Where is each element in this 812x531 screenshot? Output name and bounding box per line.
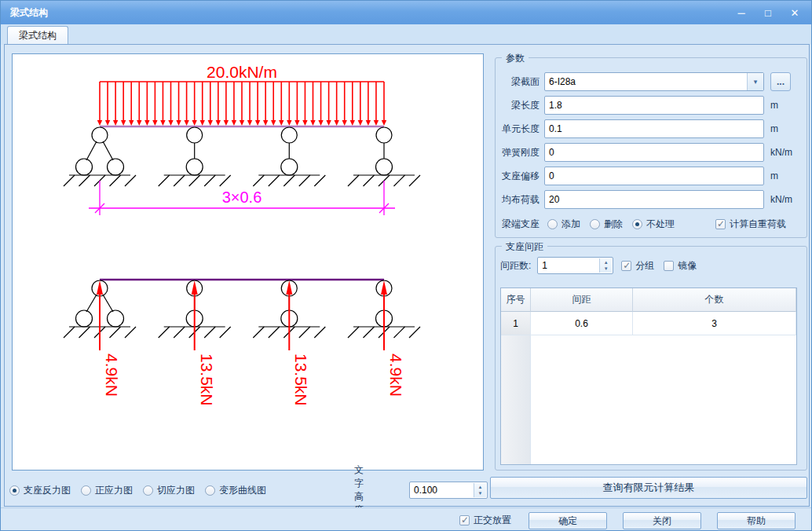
tab-label: 梁式结构 [19, 29, 57, 42]
table-row-header-strip [501, 335, 531, 464]
distributed-load-input[interactable]: 20 [544, 190, 764, 209]
beam-length-value: 1.8 [549, 100, 562, 111]
text-height-stepper[interactable]: 0.100 ▲▼ [409, 482, 488, 499]
section-label: 梁截面 [496, 75, 544, 89]
ok-button[interactable]: 确定 [529, 512, 607, 529]
radio-deformation-icon[interactable] [205, 485, 215, 496]
col-header-no[interactable]: 序号 [501, 288, 531, 312]
title-bar: 梁式结构 ─ □ ✕ [1, 1, 811, 24]
close-button[interactable]: 关闭 [623, 512, 701, 529]
beam-length-unit: m [764, 100, 778, 111]
spacing-table-header: 序号 间距 个数 [501, 288, 796, 312]
beam-drawing-canvas[interactable]: 20.0kN/m3×0.64.9kN13.5kN13.5kN4.9kN [12, 53, 484, 471]
tab-beam-structure[interactable]: 梁式结构 [7, 26, 68, 45]
field-row-section: 梁截面 6-I28a ▾ ... [496, 72, 807, 91]
radio-shear-stress-diagram[interactable]: 切应力图 [143, 484, 195, 497]
element-length-input[interactable]: 0.1 [544, 119, 764, 138]
field-row-element-length: 单元长度 0.1 m [496, 119, 807, 138]
ortho-place-label: 正交放置 [470, 514, 511, 527]
group-checkbox-label: 分组 [631, 259, 654, 273]
radio-add-support-label: 添加 [558, 218, 580, 231]
tab-strip: 梁式结构 [1, 24, 811, 45]
mirror-checkbox-label: 镜像 [674, 259, 697, 273]
row-count-cell[interactable]: 3 [633, 312, 796, 335]
text-height-value: 0.100 [414, 485, 437, 496]
beam-diagram: 20.0kN/m3×0.64.9kN13.5kN13.5kN4.9kN [13, 54, 483, 470]
support-offset-label: 支座偏移 [496, 170, 544, 183]
spacing-count-label: 间距数: [500, 259, 531, 273]
mirror-checkbox[interactable] [664, 261, 674, 271]
help-button[interactable]: 帮助 [717, 512, 796, 529]
distributed-load-label: 均布荷载 [496, 193, 544, 207]
radio-delete-support-label: 删除 [600, 218, 623, 231]
section-more-button[interactable]: ... [770, 72, 791, 91]
radio-add-support[interactable] [547, 219, 558, 229]
radio-shear-stress-label: 切应力图 [153, 484, 195, 497]
query-fem-result-button[interactable]: 查询有限元计算结果 [490, 477, 807, 499]
spring-stiffness-value: 0 [549, 147, 554, 158]
text-height-label: 文字高度: [354, 482, 366, 499]
footer-bar: 正交放置 确定 关闭 帮助 [1, 507, 811, 531]
radio-delete-support[interactable] [590, 219, 600, 229]
ortho-place-checkbox[interactable] [459, 515, 470, 526]
chevron-down-icon[interactable]: ▾ [747, 73, 763, 90]
svg-text:4.9kN: 4.9kN [387, 353, 405, 397]
radio-shear-stress-icon[interactable] [143, 485, 153, 496]
spacing-table: 序号 间距 个数 1 0.6 3 [500, 287, 797, 465]
svg-text:13.5kN: 13.5kN [198, 353, 216, 406]
tab-page: 20.0kN/m3×0.64.9kN13.5kN13.5kN4.9kN 参数 梁… [4, 44, 810, 507]
col-header-count[interactable]: 个数 [633, 288, 796, 312]
ortho-place-option[interactable]: 正交放置 [459, 514, 511, 527]
field-row-support-offset: 支座偏移 0 m [496, 167, 807, 185]
spacing-count-value: 1 [542, 260, 547, 271]
dialog-window: 梁式结构 ─ □ ✕ 梁式结构 20.0kN/m3×0.64.9kN13.5kN… [0, 0, 812, 531]
beam-length-input[interactable]: 1.8 [544, 96, 764, 115]
spacing-count-row: 间距数: 1 ▲▼ 分组 镜像 [500, 256, 697, 275]
radio-no-process-support[interactable] [632, 219, 642, 229]
window-controls: ─ □ ✕ [728, 1, 808, 24]
svg-text:13.5kN: 13.5kN [292, 353, 310, 406]
spacing-count-stepper[interactable]: 1 ▲▼ [537, 257, 613, 274]
maximize-icon[interactable]: □ [755, 1, 781, 24]
radio-deformation-label: 变形曲线图 [215, 484, 266, 497]
col-header-spacing[interactable]: 间距 [531, 288, 633, 312]
spring-stiffness-input[interactable]: 0 [544, 143, 764, 162]
spring-stiffness-unit: kN/m [764, 147, 792, 158]
radio-normal-stress-label: 正应力图 [91, 484, 133, 497]
field-row-distributed-load: 均布荷载 20 kN/m [496, 190, 807, 209]
minimize-icon[interactable]: ─ [728, 1, 755, 24]
field-row-spring-stiffness: 弹簧刚度 0 kN/m [496, 143, 807, 162]
radio-normal-stress-diagram[interactable]: 正应力图 [81, 484, 133, 497]
element-length-value: 0.1 [549, 123, 562, 134]
svg-text:4.9kN: 4.9kN [103, 353, 121, 397]
stepper-arrows-icon[interactable]: ▲▼ [599, 258, 612, 273]
row-spacing-cell[interactable]: 0.6 [531, 312, 633, 335]
radio-reaction-diagram[interactable]: 支座反力图 [9, 484, 71, 497]
self-weight-label: 计算自重荷载 [726, 218, 786, 231]
distributed-load-value: 20 [549, 194, 559, 205]
radio-reaction-label: 支座反力图 [20, 484, 71, 497]
field-row-length: 梁长度 1.8 m [496, 96, 807, 115]
radio-reaction-icon[interactable] [9, 485, 20, 496]
radio-normal-stress-icon[interactable] [81, 485, 91, 496]
svg-text:3×0.6: 3×0.6 [222, 189, 262, 206]
section-combobox[interactable]: 6-I28a ▾ [544, 72, 764, 91]
params-group-label: 参数 [502, 52, 529, 65]
group-checkbox[interactable] [621, 261, 631, 271]
params-group: 参数 梁截面 6-I28a ▾ ... 梁长度 1.8 m 单元长度 0. [495, 57, 807, 238]
row-no-cell: 1 [501, 312, 531, 335]
beam-end-support-row: 梁端支座 添加 删除 不处理 计算自重荷载 [496, 214, 807, 233]
support-offset-input[interactable]: 0 [544, 167, 764, 185]
stepper-arrows-icon[interactable]: ▲▼ [474, 483, 486, 497]
beam-length-label: 梁长度 [496, 99, 544, 112]
spring-stiffness-label: 弹簧刚度 [496, 146, 544, 159]
self-weight-checkbox[interactable] [715, 219, 726, 229]
radio-deformation-curve[interactable]: 变形曲线图 [205, 484, 266, 497]
element-length-label: 单元长度 [496, 123, 544, 136]
support-offset-unit: m [764, 170, 778, 181]
close-icon[interactable]: ✕ [781, 1, 808, 24]
table-row[interactable]: 1 0.6 3 [501, 312, 796, 335]
spacing-group-label: 支座间距 [502, 240, 547, 254]
beam-end-support-label: 梁端支座 [496, 218, 544, 231]
view-options-row: 支座反力图 正应力图 切应力图 变形曲线图 文字高度: 0.100 ▲▼ [9, 482, 276, 499]
